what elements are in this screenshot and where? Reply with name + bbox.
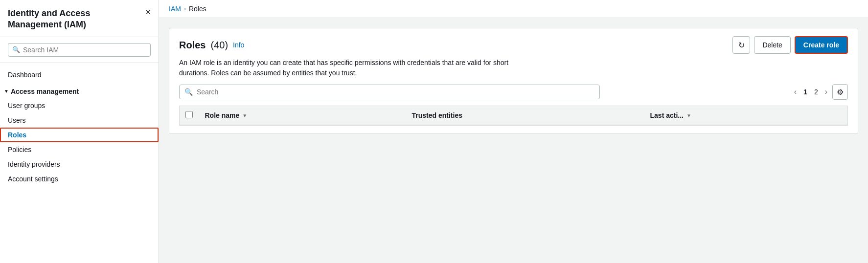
create-role-button[interactable]: Create role <box>795 36 848 54</box>
search-icon: 🔍 <box>12 46 20 53</box>
breadcrumb-separator: › <box>184 5 186 12</box>
table-header-checkbox[interactable] <box>180 106 199 126</box>
sidebar-item-account-settings[interactable]: Account settings <box>0 172 159 186</box>
roles-description: An IAM role is an identity you can creat… <box>179 58 522 78</box>
table-search-row: 🔍 ‹ 1 2 › ⚙ <box>179 78 848 100</box>
refresh-button[interactable]: ↻ <box>732 36 750 54</box>
sidebar-item-policies[interactable]: Policies <box>0 142 159 157</box>
roles-count: (40) <box>210 40 228 51</box>
sidebar-title: Identity and Access Management (IAM) <box>8 8 145 31</box>
breadcrumb-iam-link[interactable]: IAM <box>169 5 181 13</box>
sidebar-close-button[interactable]: × <box>145 8 151 17</box>
sidebar-nav: Dashboard ▼ Access management User group… <box>0 63 159 263</box>
pagination-prev-button[interactable]: ‹ <box>792 87 799 97</box>
breadcrumb: IAM › Roles <box>159 0 868 18</box>
pagination-controls: ‹ 1 2 › ⚙ <box>792 84 848 100</box>
last-activity-label: Last acti... <box>650 111 684 119</box>
trusted-entities-label: Trusted entities <box>412 111 462 119</box>
pagination-page-1[interactable]: 1 <box>801 87 809 97</box>
sort-icon-role-name: ▼ <box>242 113 247 118</box>
pagination-page-2[interactable]: 2 <box>812 87 820 97</box>
sidebar-item-identity-providers[interactable]: Identity providers <box>0 157 159 172</box>
table-header-row: Role name ▼ Trusted entities Last acti.. <box>180 106 848 126</box>
chevron-down-icon: ▼ <box>4 88 9 94</box>
access-management-section-header: ▼ Access management <box>0 83 159 98</box>
table-search-box[interactable]: 🔍 <box>179 85 600 99</box>
table-header-role-name[interactable]: Role name ▼ <box>199 106 406 126</box>
info-link[interactable]: Info <box>233 41 244 49</box>
gear-icon: ⚙ <box>837 88 844 97</box>
sidebar-item-user-groups[interactable]: User groups <box>0 98 159 113</box>
search-icon: 🔍 <box>184 88 193 96</box>
main-content: IAM › Roles Roles (40) Info ↻ Delete Cre… <box>159 0 868 263</box>
roles-actions: ↻ Delete Create role <box>732 36 848 54</box>
roles-header-section: Roles (40) Info ↻ Delete Create role An … <box>169 28 858 134</box>
roles-table: Role name ▼ Trusted entities Last acti.. <box>179 106 848 126</box>
access-management-label: Access management <box>11 88 79 95</box>
table-settings-button[interactable]: ⚙ <box>832 84 848 100</box>
page-content: Roles (40) Info ↻ Delete Create role An … <box>159 18 868 263</box>
pagination-next-button[interactable]: › <box>823 87 829 97</box>
roles-title-left: Roles (40) Info <box>179 40 244 51</box>
roles-title-row: Roles (40) Info ↻ Delete Create role <box>179 36 848 54</box>
delete-button[interactable]: Delete <box>754 36 790 54</box>
roles-title: Roles <box>179 40 206 51</box>
table-header-last-activity[interactable]: Last acti... ▼ <box>644 106 848 126</box>
table-header-trusted-entities[interactable]: Trusted entities <box>406 106 644 126</box>
sidebar-item-users[interactable]: Users <box>0 113 159 128</box>
role-name-label: Role name <box>205 111 240 119</box>
sidebar-header: Identity and Access Management (IAM) × <box>0 0 159 37</box>
sidebar-item-roles[interactable]: Roles <box>0 128 159 142</box>
select-all-checkbox[interactable] <box>185 111 193 118</box>
sidebar-search-box[interactable]: 🔍 <box>8 43 151 57</box>
sort-icon-last-activity: ▼ <box>686 113 691 118</box>
breadcrumb-current: Roles <box>189 5 206 13</box>
table-search-input[interactable] <box>197 88 594 96</box>
sidebar-search-container: 🔍 <box>0 37 159 63</box>
search-input[interactable] <box>23 46 146 54</box>
sidebar: Identity and Access Management (IAM) × 🔍… <box>0 0 159 263</box>
sidebar-item-dashboard[interactable]: Dashboard <box>0 67 159 83</box>
